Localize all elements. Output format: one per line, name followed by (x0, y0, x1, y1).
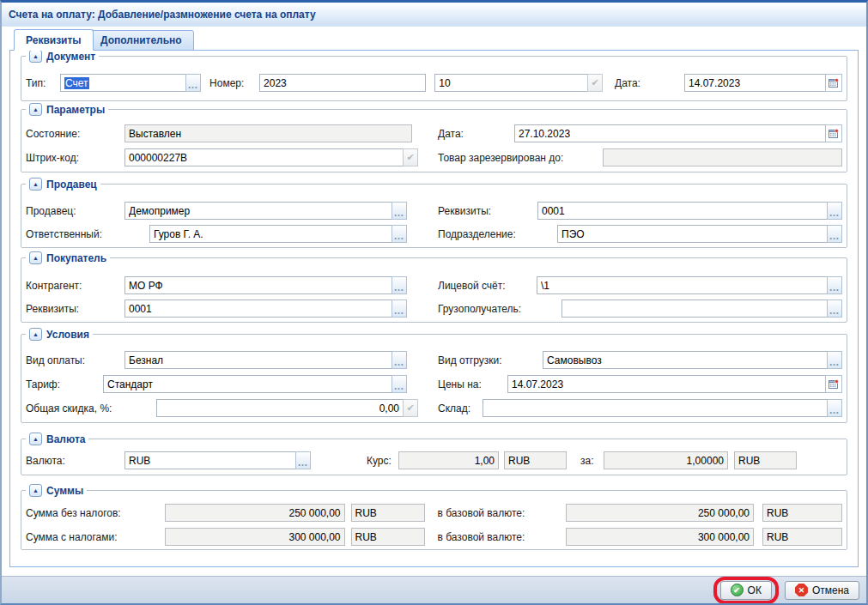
ellipsis-icon: … (394, 358, 405, 366)
payment-type-lookup-button[interactable]: … (392, 351, 407, 369)
number-field[interactable] (259, 74, 426, 92)
responsible-field[interactable] (149, 225, 392, 243)
personal-account-lookup-button[interactable]: … (827, 276, 842, 294)
tariff-field[interactable] (103, 375, 392, 393)
prices-on-field[interactable] (507, 375, 826, 393)
section-currency-title: Валюта (46, 433, 85, 445)
seller-requisites-lookup-button[interactable]: … (827, 202, 842, 220)
discount-field[interactable] (156, 399, 404, 417)
consignee-label: Грузополучатель: (438, 303, 561, 315)
gross-base-field (566, 528, 754, 546)
tariff-lookup-button[interactable]: … (392, 375, 407, 393)
section-sums-title: Суммы (46, 485, 83, 497)
barcode-field[interactable] (124, 148, 404, 166)
tabstrip: Реквизиты Дополнительно (9, 27, 859, 51)
ok-button[interactable]: ✔ ОК (720, 581, 772, 600)
annotation-highlight: ✔ ОК (713, 577, 779, 604)
ellipsis-icon: … (829, 406, 841, 414)
counterparty-label: Контрагент: (26, 280, 124, 292)
rate-currency-field (504, 451, 567, 469)
collapse-seller-button[interactable]: ▲ (29, 178, 42, 191)
shipment-type-lookup-button[interactable]: … (827, 351, 842, 369)
ellipsis-icon: … (829, 209, 841, 217)
section-document: ▲ Документ Тип: Счет … Номер: ✔ Дата: (21, 56, 847, 101)
type-lookup-button[interactable]: … (185, 74, 201, 92)
currency-lookup-button[interactable]: … (295, 451, 311, 469)
discount-apply-button[interactable]: ✔ (403, 399, 418, 417)
net-base-currency-field (762, 504, 842, 522)
per-currency-field (734, 451, 797, 469)
warehouse-label: Склад: (438, 402, 483, 414)
collapse-terms-button[interactable]: ▲ (29, 328, 42, 341)
collapse-currency-button[interactable]: ▲ (29, 433, 42, 445)
division-field[interactable] (557, 225, 828, 243)
type-field[interactable]: Счет (60, 74, 186, 92)
doc-date-calendar-button[interactable] (825, 74, 842, 92)
buyer-requisites-lookup-button[interactable]: … (392, 299, 407, 318)
section-currency: ▲ Валюта Валюта: … Курс: за: (21, 439, 847, 475)
barcode-apply-button[interactable]: ✔ (403, 148, 418, 166)
footer-bar: ✔ ОК ✕ Отмена (2, 576, 866, 603)
discount-label: Общая скидка, %: (26, 402, 156, 414)
collapse-sums-button[interactable]: ▲ (29, 484, 42, 497)
responsible-lookup-button[interactable]: … (392, 225, 407, 243)
gross-label: Сумма с налогами: (26, 531, 165, 543)
check-icon: ✔ (406, 152, 414, 163)
payment-type-field[interactable] (124, 351, 392, 369)
dialog-window: Счета на оплату: Добавление/размножение … (0, 0, 868, 605)
buyer-requisites-field[interactable] (124, 299, 392, 318)
net-field (165, 504, 345, 522)
payment-type-label: Вид оплаты: (26, 354, 124, 366)
number-apply-button[interactable]: ✔ (587, 74, 603, 92)
number-extra-field[interactable] (434, 74, 588, 92)
seller-lookup-button[interactable]: … (392, 202, 407, 220)
buyer-requisites-label: Реквизиты: (26, 303, 124, 315)
collapse-parameters-button[interactable]: ▲ (29, 103, 42, 116)
ellipsis-icon: … (829, 283, 841, 292)
collapse-document-button[interactable]: ▲ (29, 50, 42, 63)
division-lookup-button[interactable]: … (827, 225, 842, 243)
number-label: Номер: (209, 77, 259, 89)
division-label: Подразделение: (438, 228, 557, 240)
seller-field[interactable] (124, 202, 392, 220)
cancel-x-icon: ✕ (795, 584, 808, 596)
cancel-button[interactable]: ✕ Отмена (785, 581, 859, 600)
calendar-icon (829, 379, 839, 390)
counterparty-field[interactable] (124, 276, 392, 294)
consignee-lookup-button[interactable]: … (827, 299, 842, 318)
counterparty-lookup-button[interactable]: … (392, 276, 407, 294)
tab-additional[interactable]: Дополнительно (88, 30, 194, 51)
section-terms-title: Условия (46, 329, 89, 341)
ellipsis-icon: … (394, 382, 405, 390)
ellipsis-icon: … (829, 358, 841, 366)
consignee-field[interactable] (561, 299, 828, 318)
param-date-calendar-button[interactable] (825, 124, 842, 142)
net-currency-field (351, 504, 425, 522)
doc-date-field[interactable] (684, 74, 826, 92)
section-buyer: ▲ Покупатель Контрагент: … Лицевой счёт:… (21, 257, 847, 323)
window-title: Счета на оплату: Добавление/размножение … (9, 9, 316, 21)
calendar-icon (829, 129, 839, 139)
tab-requisites[interactable]: Реквизиты (14, 29, 94, 51)
currency-field[interactable] (124, 451, 296, 469)
warehouse-lookup-button[interactable]: … (827, 399, 842, 417)
reserved-label: Товар зарезервирован до: (438, 152, 603, 164)
shipment-type-label: Вид отгрузки: (438, 354, 543, 366)
prices-on-calendar-button[interactable] (825, 375, 842, 393)
rate-label: Курс: (367, 455, 398, 467)
gross-base-label: в базовой валюте: (438, 531, 566, 543)
reserved-field (603, 148, 842, 166)
seller-requisites-field[interactable] (537, 202, 828, 220)
section-sums: ▲ Суммы Сумма без налогов: в базовой вал… (21, 490, 847, 550)
shipment-type-field[interactable] (543, 351, 828, 369)
param-date-field[interactable] (514, 124, 826, 142)
net-label: Сумма без налогов: (26, 507, 165, 519)
rate-field (398, 451, 499, 469)
warehouse-field[interactable] (483, 399, 828, 417)
collapse-buyer-button[interactable]: ▲ (29, 251, 42, 264)
param-date-label: Дата: (438, 128, 514, 140)
personal-account-field[interactable] (537, 276, 828, 294)
check-icon: ✔ (591, 77, 598, 88)
section-seller-title: Продавец (46, 178, 97, 191)
per-label: за: (580, 455, 604, 467)
